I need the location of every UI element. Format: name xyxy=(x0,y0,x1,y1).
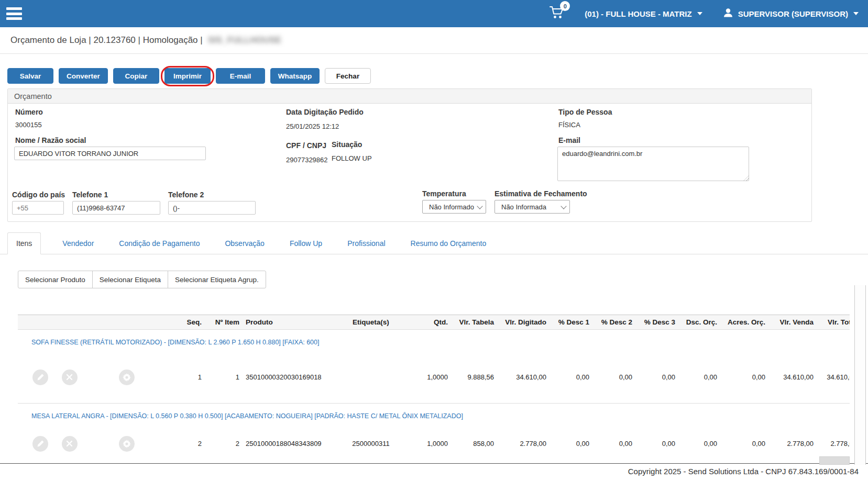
edit-icon[interactable] xyxy=(32,436,48,452)
store-selector-dropdown[interactable]: (01) - FULL HOUSE - MATRIZ xyxy=(585,9,702,18)
codigo-pais-label: Código do país xyxy=(12,191,65,199)
top-navbar: 0 (01) - FULL HOUSE - MATRIZ SUPERVISOR … xyxy=(0,0,868,27)
cell-dsc-orc: 0,00 xyxy=(678,352,720,403)
cart-button[interactable]: 0 xyxy=(549,5,565,22)
page-title-redacted: SIS_FULLHOUSE xyxy=(208,35,282,46)
imprimir-button[interactable]: Imprimir xyxy=(164,68,211,84)
copiar-button[interactable]: Copiar xyxy=(113,68,159,84)
whatsapp-button[interactable]: Whatsapp xyxy=(270,68,320,84)
tab-observacao[interactable]: Observação xyxy=(216,232,273,254)
codigo-pais-input[interactable] xyxy=(12,201,64,215)
cell-qtd: 1,0000 xyxy=(410,426,451,462)
cell-desc2: 0,00 xyxy=(592,426,635,462)
converter-button[interactable]: Converter xyxy=(59,68,108,84)
tab-profissional[interactable]: Profissional xyxy=(338,232,394,254)
detail-tabs: Itens Vendedor Condição de Pagamento Obs… xyxy=(0,232,868,254)
nome-input[interactable] xyxy=(14,147,206,160)
delete-icon[interactable] xyxy=(62,370,78,385)
cell-item: 1 xyxy=(205,352,243,403)
temperatura-label: Temperatura xyxy=(422,189,466,198)
cell-desc3: 0,00 xyxy=(635,426,678,462)
column-header: Etiqueta(s) xyxy=(332,315,410,330)
data-digitacao-label: Data Digitação Pedido xyxy=(286,108,364,116)
email-label: E-mail xyxy=(558,136,580,144)
column-header: Dsc. Orç. xyxy=(678,315,720,330)
tab-vendedor[interactable]: Vendedor xyxy=(53,232,103,254)
page-title: Orçamento de Loja | 20.123760 | Homologa… xyxy=(10,35,203,46)
column-header: Qtd. xyxy=(410,315,451,330)
tab-follow-up[interactable]: Follow Up xyxy=(281,232,331,254)
cell-acres-orc: 0,00 xyxy=(720,426,768,462)
temperatura-select[interactable]: Não Informado xyxy=(422,200,486,214)
orcamento-panel: Orçamento Número 3000155 Nome / Razão so… xyxy=(7,88,812,222)
cell-desc1: 0,00 xyxy=(550,426,592,462)
vertical-scrollbar[interactable] xyxy=(854,285,866,465)
cell-seq: 1 xyxy=(167,352,205,403)
column-header: % Desc 1 xyxy=(550,315,592,330)
page-title-bar: Orçamento de Loja | 20.123760 | Homologa… xyxy=(0,27,868,54)
email-button[interactable]: E-mail xyxy=(216,68,265,84)
horizontal-scrollbar-thumb[interactable] xyxy=(819,456,850,465)
column-header: Vlr. Total xyxy=(817,315,850,330)
column-header: % Desc 2 xyxy=(592,315,635,330)
column-header: % Desc 3 xyxy=(635,315,678,330)
delete-icon[interactable] xyxy=(62,436,78,452)
gear-icon[interactable] xyxy=(119,436,135,452)
cart-count-badge: 0 xyxy=(560,1,570,11)
cell-vlr-tabela: 9.888,56 xyxy=(451,352,497,403)
gear-icon[interactable] xyxy=(119,370,135,385)
chevron-down-icon xyxy=(697,12,702,15)
numero-value: 3000155 xyxy=(15,121,42,129)
tipo-pessoa-value: FÍSICA xyxy=(558,121,580,129)
cell-vlr-venda: 34.610,00 xyxy=(768,352,817,403)
selecionar-etiqueta-agrup-button[interactable]: Selecionar Etiqueta Agrup. xyxy=(168,271,266,288)
cell-item: 2 xyxy=(205,426,243,462)
item-description-link[interactable]: MESA LATERAL ANGRA - [DIMENSÃO: L 0.560 … xyxy=(31,412,463,420)
cell-seq: 2 xyxy=(167,426,205,462)
cell-vlr-tabela: 858,00 xyxy=(451,426,497,462)
item-description-link[interactable]: SOFA FINESSE (RETRÁTIL MOTORIZADO) - [DI… xyxy=(31,339,320,346)
tab-condicao-de-pagamento[interactable]: Condição de Pagamento xyxy=(110,232,208,254)
action-toolbar: Salvar Converter Copiar Imprimir E-mail … xyxy=(7,68,868,84)
situacao-label: Situação xyxy=(332,140,362,149)
cell-vlr-venda: 2.778,00 xyxy=(768,426,817,462)
column-header: Acres. Orç. xyxy=(720,315,768,330)
user-menu-dropdown[interactable]: SUPERVISOR (SUPERVISOR) xyxy=(722,7,859,20)
cell-acres-orc: 0,00 xyxy=(720,352,768,403)
column-header: Nº Item xyxy=(205,315,243,330)
salvar-button[interactable]: Salvar xyxy=(7,68,53,84)
items-table-wrapper: Seq. Nº Item Produto Etiqueta(s) Qtd. Vl… xyxy=(18,315,850,462)
cell-vlr-digitado: 34.610,00 xyxy=(497,352,550,403)
item-description-row: MESA LATERAL ANGRA - [DIMENSÃO: L 0.560 … xyxy=(18,403,850,426)
cell-etiqueta: 2500000311 xyxy=(332,426,410,462)
fechar-button[interactable]: Fechar xyxy=(325,68,371,84)
column-header: Vlr. Venda xyxy=(768,315,817,330)
tab-resumo-do-orcamento[interactable]: Resumo do Orçamento xyxy=(402,232,496,254)
estimativa-select[interactable]: Não Informada xyxy=(495,200,570,214)
edit-icon[interactable] xyxy=(32,370,48,385)
orcamento-form: Número 3000155 Nome / Razão social Data … xyxy=(8,104,811,221)
selecionar-etiqueta-button[interactable]: Selecionar Etiqueta xyxy=(92,271,168,288)
situacao-value: FOLLOW UP xyxy=(332,154,372,162)
cell-desc1: 0,00 xyxy=(550,352,592,403)
items-table: Seq. Nº Item Produto Etiqueta(s) Qtd. Vl… xyxy=(18,315,850,462)
cell-dsc-orc: 0,00 xyxy=(678,426,720,462)
cell-desc2: 0,00 xyxy=(592,352,635,403)
cell-produto: 35010000320030169018 xyxy=(243,352,332,403)
column-header: Vlr. Digitado xyxy=(497,315,550,330)
email-textarea[interactable]: eduardo@leandrini.com.br xyxy=(557,147,749,181)
panel-title: Orçamento xyxy=(8,89,811,104)
telefone2-input[interactable] xyxy=(168,201,256,215)
cell-etiqueta xyxy=(332,352,410,403)
cell-vlr-digitado: 2.778,00 xyxy=(497,426,550,462)
telefone1-input[interactable] xyxy=(72,201,160,215)
telefone2-label: Telefone 2 xyxy=(168,191,204,199)
store-selector-label: (01) - FULL HOUSE - MATRIZ xyxy=(585,9,691,18)
table-row: 2 2 25010000188048343809 2500000311 1,00… xyxy=(18,426,850,462)
estimativa-label: Estimativa de Fechamento xyxy=(495,189,587,198)
tab-itens[interactable]: Itens xyxy=(7,232,41,254)
hamburger-menu-icon[interactable] xyxy=(6,7,22,20)
user-icon xyxy=(722,7,734,20)
items-table-header: Seq. Nº Item Produto Etiqueta(s) Qtd. Vl… xyxy=(18,315,850,330)
selecionar-produto-button[interactable]: Selecionar Produto xyxy=(18,271,93,288)
